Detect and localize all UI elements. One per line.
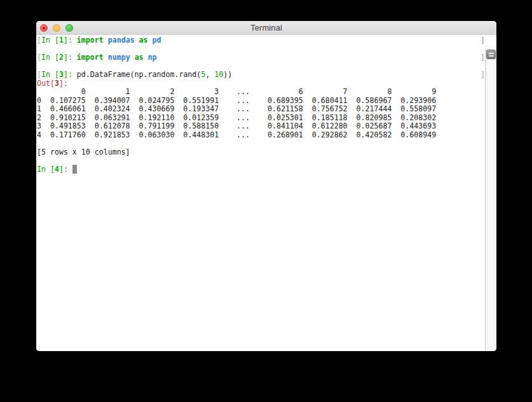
terminal-line: 1 0.466061 0.402324 0.430669 0.193347 ..… bbox=[37, 105, 484, 114]
terminal-line: Out[3]: bbox=[37, 80, 484, 88]
terminal-line bbox=[37, 45, 484, 54]
terminal-line: 0 0.107275 0.394007 0.024795 0.551991 ..… bbox=[37, 97, 484, 106]
terminal-content: [In [1]: import pandas as pd ] [In [2]: … bbox=[36, 35, 496, 351]
terminal-line: 4 0.171760 0.921853 0.063030 0.448301 ..… bbox=[37, 131, 484, 140]
terminal-line: [In [2]: import numpy as np ] bbox=[37, 53, 484, 62]
right-bracket-artifact: ] bbox=[481, 70, 484, 79]
terminal-line: In [4]: bbox=[37, 165, 484, 174]
terminal-line: [In [1]: import pandas as pd ] bbox=[37, 36, 484, 45]
right-bracket-artifact: ] bbox=[481, 36, 484, 45]
window-title: Terminal bbox=[36, 23, 496, 32]
split-pane-button[interactable] bbox=[486, 50, 496, 59]
terminal-line bbox=[37, 139, 484, 148]
terminal-line bbox=[37, 62, 484, 71]
terminal-line: [In [3]: pd.DataFrame(np.random.rand(5, … bbox=[37, 71, 484, 80]
terminal-window: Terminal [In [1]: import pandas as pd ] … bbox=[36, 21, 496, 351]
right-bracket-artifact: ] bbox=[481, 53, 484, 62]
scrollbar-track[interactable] bbox=[485, 49, 496, 351]
terminal-line: 3 0.491853 0.612078 0.791199 0.588150 ..… bbox=[37, 122, 484, 131]
terminal-line: 0 1 2 3 ... 6 7 8 9 bbox=[37, 88, 484, 97]
terminal-line bbox=[37, 156, 484, 165]
text-cursor bbox=[72, 165, 77, 174]
terminal-output[interactable]: [In [1]: import pandas as pd ] [In [2]: … bbox=[37, 36, 484, 351]
terminal-line: 2 0.910215 0.063291 0.192110 0.012359 ..… bbox=[37, 114, 484, 123]
split-pane-icon bbox=[489, 55, 494, 57]
terminal-line: [5 rows x 10 columns] bbox=[37, 148, 484, 157]
title-bar[interactable]: Terminal bbox=[36, 21, 496, 36]
split-pane-icon bbox=[489, 53, 494, 54]
